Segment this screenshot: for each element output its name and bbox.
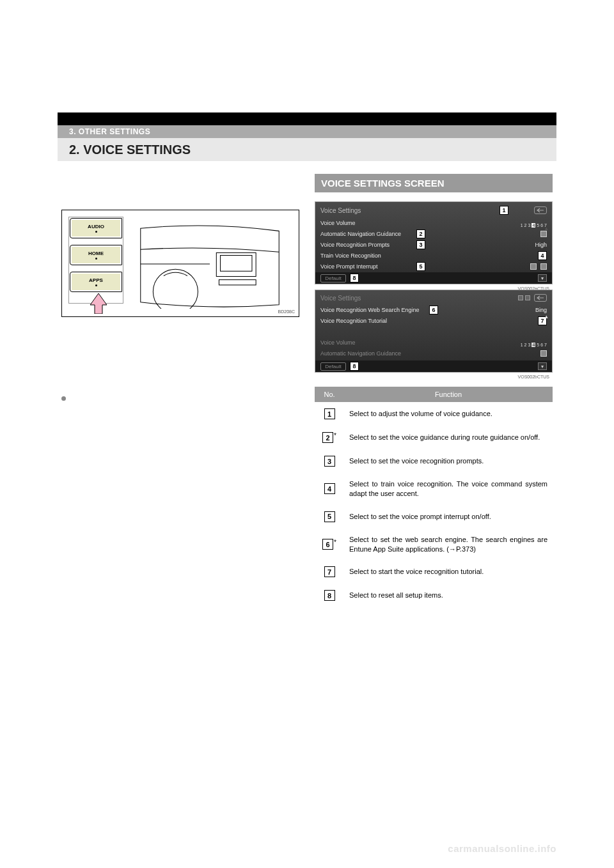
svg-rect-4 [219,280,256,285]
page-title: 2. VOICE SETTINGS [69,143,191,157]
function-description: Select to set the web search engine. The… [344,529,553,561]
page-title-bar: 2. VOICE SETTINGS [58,138,556,161]
button-indicator-dot [95,231,97,233]
row-label: Voice Volume [320,339,416,346]
default-button[interactable]: Default [320,362,346,371]
table-header-function: Function [344,387,553,402]
row-label: Voice Prompt Interrupt [320,263,416,270]
callout-4: 4 [538,251,547,260]
volume-scale[interactable]: 1 2 3 4 5 6 7 [521,219,547,228]
callout-box: 4 [324,483,335,494]
function-description: Select to set the voice prompt interrupt… [344,505,553,529]
page-down-icon[interactable]: ▾ [538,362,547,370]
callout-box: 3 [324,456,335,467]
function-description: Select to reset all setup items. [344,584,553,607]
apps-button[interactable]: APPS [70,272,122,292]
button-indicator-dot [95,258,97,260]
back-icon[interactable] [534,294,547,302]
screenshot-title: Voice Settings [320,295,361,302]
watermark: carmanualsonline.info [448,843,556,854]
callout-1: 1 [500,206,508,215]
function-description: Select to set the voice guidance during … [344,426,553,449]
callout-5: 5 [416,262,425,271]
row-label: Automatic Navigation Guidance [320,350,416,357]
asterisk-icon: * [334,432,336,439]
callout-6: 6 [429,306,438,314]
volume-scale[interactable]: 1 2 3 4 5 6 7 [521,338,547,347]
default-button[interactable]: Default [320,274,346,283]
audio-button-label: AUDIO [88,224,104,229]
back-icon[interactable] [534,206,547,214]
button-indicator-dot [95,284,97,286]
function-table: No. Function 1 Select to adjust the volu… [315,387,553,607]
apps-button-label: APPS [89,277,103,283]
page-up-icon[interactable]: ▴ [545,225,548,231]
audio-button[interactable]: AUDIO [70,218,122,238]
toggle-icon[interactable] [530,263,537,270]
row-label: Train Voice Recognition [320,252,416,259]
row-train-voice-recognition[interactable]: Train Voice Recognition 4 [315,250,552,261]
subsection-heading: VOICE SETTINGS SCREEN [315,174,553,192]
status-icons [518,295,530,300]
table-row: 1 Select to adjust the volume of voice g… [315,402,553,426]
status-icon [525,295,530,300]
row-value: High [535,242,547,248]
callout-box: 7 [324,566,335,577]
table-header-row: No. Function [315,387,553,402]
callout-3: 3 [416,240,425,249]
toggle-icon[interactable] [540,263,547,270]
screenshot-title-bar: Voice Settings 1 [315,202,552,217]
checkbox-icon[interactable] [540,350,547,357]
section-label: 3. OTHER SETTINGS [69,127,150,136]
press-arrow-icon [89,293,108,314]
table-header-no: No. [315,387,344,402]
row-auto-nav-guidance[interactable]: Automatic Navigation Guidance 2 [315,228,552,239]
asterisk-icon: * [334,539,336,546]
callout-box: 6 [322,539,333,550]
voice-settings-screenshot-1: Voice Settings 1 Voice Volume 1 2 3 [315,201,553,284]
section-label-bar: 3. OTHER SETTINGS [58,125,556,138]
svg-point-3 [153,269,198,309]
row-value: Bing [535,307,547,313]
home-button-label: HOME [88,251,104,256]
two-column-layout: AUDIO HOME APPS [61,174,553,607]
table-row: 7 Select to start the voice recognition … [315,560,553,584]
row-label: Voice Recognition Prompts [320,242,416,248]
table-row: 2* Select to set the voice guidance duri… [315,426,553,449]
callout-box: 5 [324,511,335,522]
callout-box: 8 [324,590,335,601]
function-description: Select to train voice recognition. The v… [344,473,553,505]
bullet-item [61,394,299,401]
header-black-bar [58,112,556,125]
row-voice-recognition-tutorial[interactable]: Voice Recognition Tutorial 7 [315,315,552,326]
callout-box: 2 [322,432,333,443]
svg-marker-0 [90,293,107,314]
row-spacer [315,326,552,337]
row-voice-recognition-prompts[interactable]: Voice Recognition Prompts 3 High [315,239,552,250]
page-up-icon[interactable]: ▴ [545,313,548,320]
row-voice-prompt-interrupt[interactable]: Voice Prompt Interrupt 5 [315,261,552,272]
physical-button-stack: AUDIO HOME APPS [70,218,122,298]
checkbox-icon[interactable] [540,231,547,237]
table-row: 5 Select to set the voice prompt interru… [315,505,553,529]
row-web-search-engine[interactable]: Voice Recognition Web Search Engine 6 Bi… [315,304,552,315]
right-column: VOICE SETTINGS SCREEN Voice Settings 1 V… [315,174,553,607]
row-label: Automatic Navigation Guidance [320,231,416,237]
table-row: 6* Select to set the web search engine. … [315,529,553,561]
svg-rect-2 [220,256,251,272]
row-voice-volume[interactable]: Voice Volume 1 2 3 4 5 6 7 [315,217,552,228]
svg-rect-1 [216,252,256,276]
row-voice-volume-2[interactable]: Voice Volume 1 2 3 4 5 6 7 [315,337,552,348]
home-button[interactable]: HOME [70,245,122,265]
figure-code: BD208C [278,309,295,314]
signal-icon [518,295,523,300]
row-label: Voice Recognition Tutorial [320,318,416,324]
table-row: 3 Select to set the voice recognition pr… [315,449,553,473]
row-auto-nav-guidance-2[interactable]: Automatic Navigation Guidance [315,348,552,359]
vehicle-button-figure: AUDIO HOME APPS [61,210,299,317]
page-down-icon[interactable]: ▾ [538,274,547,282]
table-row: 4 Select to train voice recognition. The… [315,473,553,505]
screenshot-code: VOS002bCTUS [518,375,549,379]
subsection-heading-text: VOICE SETTINGS SCREEN [321,178,445,189]
screenshot-footer: Default 8 ▾ [315,360,552,372]
